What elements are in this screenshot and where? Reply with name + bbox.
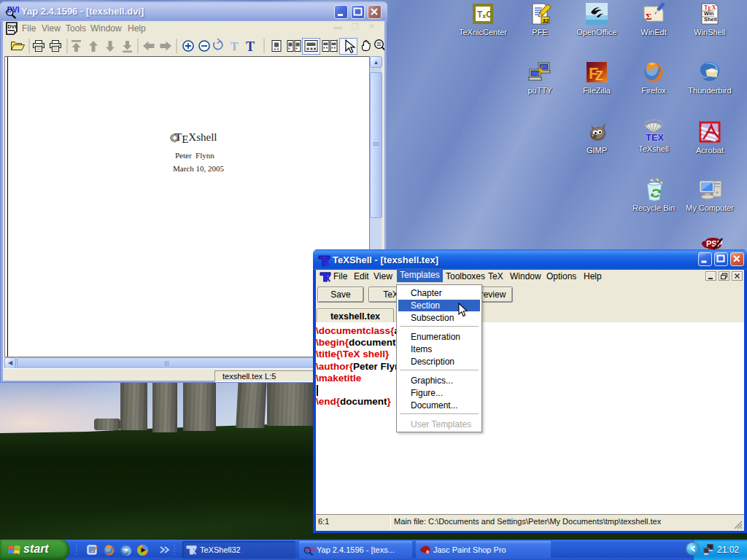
svg-text:DVI: DVI	[8, 24, 17, 29]
svg-text:8: 8	[427, 550, 429, 554]
svg-text:Σ: Σ	[646, 11, 652, 22]
svg-text:T: T	[231, 40, 239, 52]
svg-text:Z: Z	[595, 69, 603, 83]
svg-text:TEX: TEX	[646, 132, 665, 143]
svg-text:32: 32	[543, 18, 549, 24]
svg-text:T: T	[246, 39, 255, 54]
